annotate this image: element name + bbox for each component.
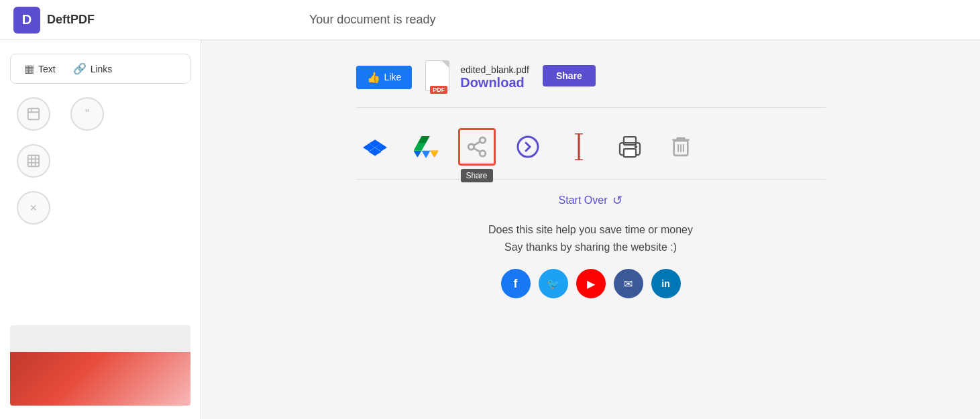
main-content: 👍 Like PDF edited_blank.pdf Download Sha… <box>201 40 980 419</box>
linkedin-share-button[interactable]: in <box>651 269 681 298</box>
tools-row-3: ✕ <box>17 191 50 225</box>
page-status: Your document is ready <box>95 13 967 27</box>
download-filename: edited_blank.pdf <box>460 64 529 75</box>
tab-text[interactable]: ▦ Text <box>19 60 61 78</box>
sidebar: ▦ Text 🔗 Links " <box>0 40 201 419</box>
download-section: PDF edited_blank.pdf Download <box>425 60 529 94</box>
pdf-badge: PDF <box>430 86 447 94</box>
share-popup: Share <box>543 65 596 89</box>
svg-point-7 <box>480 151 486 157</box>
svg-point-6 <box>468 144 474 150</box>
forward-button[interactable] <box>509 128 547 166</box>
start-over-row: Start Over ↺ <box>356 193 826 208</box>
logo-text: DeftPDF <box>47 13 95 27</box>
sidebar-preview <box>10 325 190 406</box>
dropbox-button[interactable] <box>356 128 394 166</box>
preview-image <box>10 352 190 406</box>
puzzle-tool[interactable] <box>17 97 50 131</box>
svg-rect-14 <box>624 137 636 145</box>
tools-row-1: " <box>17 97 104 131</box>
svg-point-10 <box>518 137 538 157</box>
text-cursor-icon: ▦ <box>24 62 34 75</box>
facebook-icon: f <box>514 277 518 291</box>
sidebar-tabs: ▦ Text 🔗 Links <box>10 54 190 84</box>
svg-line-9 <box>474 141 480 145</box>
share-prompt-line2: Say thanks by sharing the website :) <box>488 239 693 256</box>
thumbs-up-icon: 👍 <box>367 71 380 84</box>
trash-button[interactable] <box>662 128 700 166</box>
start-over-link[interactable]: Start Over <box>559 194 608 206</box>
quote-tool[interactable]: " <box>70 97 104 131</box>
download-link[interactable]: Download <box>460 75 529 91</box>
share-popup-button[interactable]: Share <box>543 65 596 86</box>
sidebar-tools: " ✕ <box>10 97 190 225</box>
svg-line-8 <box>474 148 480 152</box>
svg-rect-16 <box>624 149 636 157</box>
email-share-button[interactable]: ✉ <box>614 269 643 298</box>
print-button[interactable] <box>611 128 649 166</box>
share-tooltip: Share <box>460 169 492 182</box>
share-prompt-line1: Does this site help you save time or mon… <box>488 221 693 239</box>
twitter-icon: 🐦 <box>547 278 560 290</box>
share-prompt: Does this site help you save time or mon… <box>488 221 693 255</box>
svg-point-17 <box>634 145 637 149</box>
link-icon: 🔗 <box>73 62 87 75</box>
pdf-file-icon: PDF <box>425 60 452 94</box>
like-button[interactable]: 👍 Like <box>356 66 413 89</box>
tools-row-2 <box>17 144 50 178</box>
youtube-share-button[interactable]: ▶ <box>576 269 606 298</box>
svg-point-5 <box>480 137 486 143</box>
logo-icon: D <box>13 7 40 34</box>
facebook-share-button[interactable]: f <box>501 269 531 298</box>
download-info: edited_blank.pdf Download <box>460 64 529 91</box>
twitter-share-button[interactable]: 🐦 <box>539 269 568 298</box>
refresh-icon: ↺ <box>612 193 622 208</box>
google-drive-button[interactable] <box>407 128 445 166</box>
tab-links[interactable]: 🔗 Links <box>68 60 118 78</box>
social-icons: f 🐦 ▶ ✉ in <box>501 269 681 298</box>
delete-tool[interactable]: ✕ <box>17 191 50 225</box>
share-button[interactable]: Share <box>458 128 496 166</box>
table-tool[interactable] <box>17 144 50 178</box>
youtube-icon: ▶ <box>587 278 595 290</box>
text-cursor-button[interactable] <box>560 128 598 166</box>
linkedin-icon: in <box>661 278 669 289</box>
action-bar: 👍 Like PDF edited_blank.pdf Download Sha… <box>356 60 826 108</box>
email-icon: ✉ <box>624 278 633 290</box>
header: D DeftPDF Your document is ready <box>0 0 980 40</box>
body-layout: ▦ Text 🔗 Links " <box>0 40 980 419</box>
icon-toolbar: Share <box>356 128 826 180</box>
svg-rect-0 <box>28 156 40 167</box>
